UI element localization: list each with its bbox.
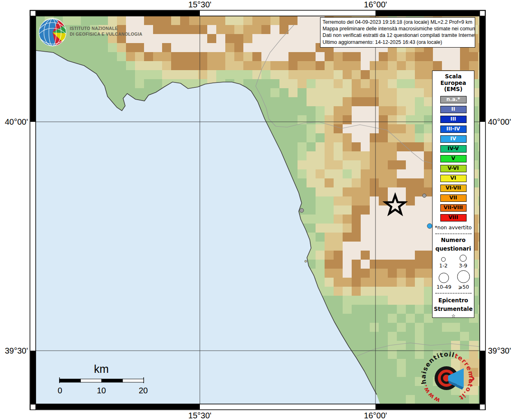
ems-class-box: IV (440, 135, 467, 143)
ems-class-box: VI-VII (440, 185, 467, 192)
event-info-box: Terremoto del 04-09-2023 19:16:18 (ora l… (320, 17, 475, 48)
legend-footnote: *non avvertito (435, 224, 472, 231)
scale-bar-title: km (94, 363, 109, 376)
ems-scale-boxes: n.a.*IIIIIIII-IVIVIV-VVV-VIVIVI-VIIVIIVI… (440, 96, 467, 221)
axis-label-right-north: 40°00' (488, 117, 511, 127)
ems-class-box: V (440, 155, 467, 162)
questionnaire-size-item: 1-2 (439, 257, 447, 269)
ingv-org-line1: ISTITUTO NAZIONALE (70, 26, 142, 32)
legend-title: Scala Europea (EMS) (440, 73, 466, 93)
ems-class-box: VI (440, 175, 467, 182)
axis-label-bottom-left: 15°30' (188, 411, 211, 420)
ems-class-box: II (440, 106, 467, 113)
ems-class-box: VIII (440, 214, 467, 221)
axis-label-right-south: 39°30' (488, 346, 511, 356)
questionnaire-size-key: 1-23-910-49⩾50 (434, 253, 473, 290)
questionnaire-size-item: 3-9 (459, 255, 467, 269)
ingv-logo-text: ISTITUTO NAZIONALE DI GEOFISICA E VULCAN… (70, 26, 142, 37)
ems-class-box: V-VI (440, 165, 467, 172)
axis-label-top-left: 15°30' (188, 0, 211, 9)
event-info-line2: Mappa preliminare delle intensità macros… (323, 25, 473, 32)
event-info-line3: Dati non verificati estratti da 12 quest… (323, 32, 473, 39)
questionnaire-size-item: ⩾50 (457, 270, 470, 290)
event-info-line1: Terremoto del 04-09-2023 19:16:18 (ora l… (323, 19, 473, 25)
questionnaire-point (300, 208, 304, 212)
scale-tick-10: 10 (97, 386, 106, 395)
ems-class-box: n.a.* (440, 96, 467, 103)
epicenter-key-star-icon (447, 314, 460, 318)
axis-label-bottom-right: 16°00' (364, 411, 387, 420)
event-info-line4: Ultimo aggiornamento: 14-12-2025 16:43 (… (323, 39, 473, 46)
questionnaire-point (423, 194, 426, 198)
questionnaire-count-title: Numero questionari (435, 236, 471, 253)
islet (305, 260, 307, 262)
ems-class-box: VII (440, 194, 467, 202)
ingv-globe-icon (39, 18, 66, 46)
axis-label-left-south: 39°30' (2, 346, 28, 356)
ems-class-box: IV-V (440, 145, 467, 153)
legend-panel: Scala Europea (EMS) n.a.*IIIIIIII-IVIVIV… (432, 71, 474, 318)
scale-tick-0: 0 (57, 386, 62, 395)
epicenter-key-title: Epicentro Strumentale (434, 296, 473, 313)
legend-separator2 (435, 293, 472, 294)
ems-class-box: III-IV (440, 126, 467, 133)
ingv-org-line2: DI GEOFISICA E VULCANOLOGIA (70, 32, 142, 37)
macroseismic-map-page: www.haisentitoilterremoto.it ? (0, 0, 515, 420)
ems-class-box: VII-VIII (440, 204, 467, 212)
questionnaire-size-item: 10-49 (437, 273, 451, 290)
questionnaire-point (427, 224, 432, 228)
ems-class-box: III (440, 116, 467, 123)
legend-separator (435, 233, 472, 234)
axis-label-top-right: 16°00' (364, 0, 387, 9)
scale-tick-20: 20 (139, 386, 148, 395)
axis-label-left-north: 40°00' (2, 117, 28, 127)
